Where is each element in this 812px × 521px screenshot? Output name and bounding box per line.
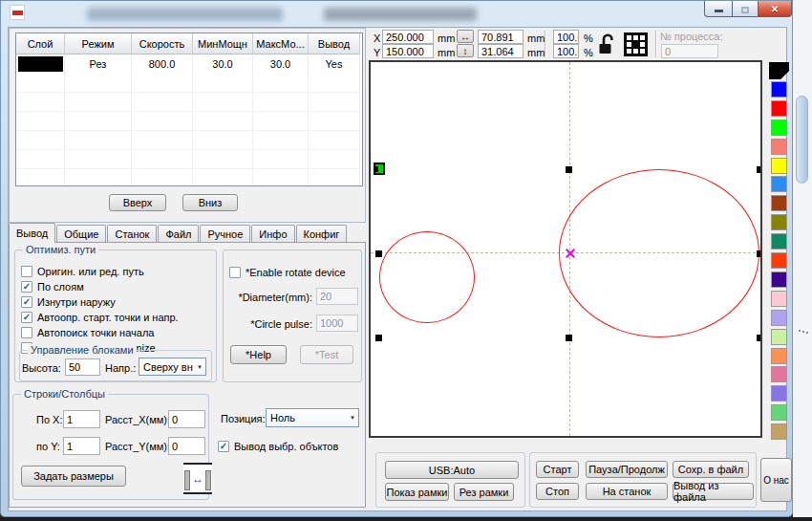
tab-1[interactable]: Вывод: [9, 223, 55, 243]
tab-2[interactable]: Общие: [56, 225, 106, 243]
height-input[interactable]: 50: [65, 358, 100, 376]
checkbox[interactable]: ✓: [21, 312, 32, 323]
scale-x-input[interactable]: 100.0: [553, 30, 579, 44]
selection-handle[interactable]: [566, 335, 572, 341]
cut-frame-button[interactable]: Рез рамки: [454, 483, 514, 501]
scale-y-input[interactable]: 100.0: [553, 44, 579, 58]
palette-color[interactable]: [771, 176, 787, 192]
selection-handle[interactable]: [757, 335, 761, 341]
palette-color[interactable]: [771, 81, 787, 98]
y-coord-input[interactable]: 150.000: [382, 44, 434, 58]
dist-y-input[interactable]: 0: [168, 437, 205, 455]
anchor-grid-icon[interactable]: [624, 33, 648, 56]
start-button[interactable]: Старт: [536, 461, 579, 478]
lock-open-icon[interactable]: [598, 33, 617, 58]
tab-4[interactable]: Файл: [158, 225, 199, 243]
by-x-input[interactable]: 1: [63, 410, 100, 428]
width-link-button[interactable]: ↔: [457, 30, 474, 43]
tab-3[interactable]: Станок: [107, 225, 157, 243]
usb-button[interactable]: USB:Auto: [385, 461, 519, 479]
column-header[interactable]: Скорость: [132, 33, 193, 54]
tab-6[interactable]: Инфо: [251, 225, 294, 243]
x-coord-input[interactable]: 250.000: [382, 30, 434, 44]
set-size-button[interactable]: Задать размеры: [21, 466, 126, 487]
height-link-button[interactable]: ↕: [457, 44, 474, 57]
checkbox[interactable]: [229, 267, 241, 278]
output-from-file-button[interactable]: Вывод из файла: [673, 483, 754, 500]
help-button[interactable]: *Help: [230, 345, 287, 364]
group-label: Управление блоками: [28, 344, 137, 356]
by-y-input[interactable]: 1: [63, 437, 100, 455]
column-header[interactable]: МаксМо...: [253, 33, 309, 54]
palette-color[interactable]: [771, 158, 787, 174]
checkbox[interactable]: [21, 266, 32, 277]
palette-color[interactable]: [771, 119, 787, 136]
selection-handle[interactable]: [375, 335, 382, 341]
layer-up-button[interactable]: Вверх: [109, 194, 166, 211]
output-selected-checkbox-row[interactable]: ✓ Вывод выбр. объктов: [218, 439, 338, 453]
palette-color[interactable]: [771, 271, 787, 288]
ellipse-object[interactable]: [379, 231, 475, 323]
palette-color[interactable]: [771, 139, 787, 155]
screen: ✕ СлойРежимСкоростьМинМощнМаксМо...Вывод…: [0, 0, 812, 521]
titlebar[interactable]: ✕: [1, 1, 792, 28]
direction-label: Напр.:: [105, 362, 136, 374]
checkbox[interactable]: [21, 327, 32, 338]
h-arrow-icon: ↔: [189, 472, 206, 486]
tab-5[interactable]: Ручное: [200, 225, 250, 243]
layer-row[interactable]: Рез800.030.030.0Yes: [16, 54, 362, 74]
to-machine-button[interactable]: На станок: [586, 483, 668, 500]
show-frame-button[interactable]: Показ рамки: [385, 483, 449, 501]
minimize-button[interactable]: [704, 1, 733, 17]
checkbox-option[interactable]: Автопоиск точки начала: [21, 325, 212, 339]
empty-row: [16, 93, 362, 112]
palette-color[interactable]: [771, 214, 787, 230]
selection-handle[interactable]: [566, 166, 572, 173]
palette-color[interactable]: [771, 252, 787, 269]
about-button[interactable]: О нас: [760, 458, 792, 502]
pause-resume-button[interactable]: Пауза/Продолж: [586, 461, 668, 478]
save-to-file-button[interactable]: Сохр. в файл: [673, 461, 749, 478]
checkbox[interactable]: ✓: [21, 281, 32, 293]
column-header[interactable]: Вывод: [309, 33, 360, 54]
palette-color[interactable]: [771, 310, 787, 326]
palette-color[interactable]: [771, 423, 787, 440]
direction-select[interactable]: Сверху вн ▼: [139, 358, 206, 376]
process-number-input: 0: [661, 44, 718, 58]
palette-color[interactable]: [771, 348, 787, 364]
dist-x-input[interactable]: 0: [168, 410, 205, 428]
position-select[interactable]: Ноль ▼: [266, 408, 359, 427]
ellipse-object[interactable]: [559, 169, 759, 337]
checkbox-option[interactable]: ✓Автоопр. старт. точки и напр.: [21, 310, 212, 324]
palette-color[interactable]: [771, 100, 787, 117]
selection-handle[interactable]: [375, 250, 382, 257]
close-button[interactable]: ✕: [758, 1, 792, 17]
column-header[interactable]: Режим: [65, 33, 132, 54]
width-input[interactable]: 70.891: [478, 30, 524, 44]
palette-color[interactable]: [771, 329, 787, 345]
selection-handle[interactable]: [757, 250, 761, 257]
column-header[interactable]: МинМощн: [193, 33, 253, 54]
column-header[interactable]: Слой: [16, 33, 65, 54]
checkbox-option[interactable]: Оригин. или ред. путь: [21, 264, 212, 278]
tab-7[interactable]: Конфиг: [296, 225, 348, 243]
checkbox[interactable]: ✓: [21, 296, 32, 308]
checkbox[interactable]: ✓: [218, 441, 229, 452]
palette-color[interactable]: [769, 62, 789, 79]
palette-color[interactable]: [771, 404, 787, 421]
enable-rotate-checkbox-row[interactable]: *Enable rotate device: [229, 265, 346, 279]
checkbox-option[interactable]: ✓По слоям: [21, 279, 212, 293]
maximize-button[interactable]: [732, 1, 759, 17]
palette-color[interactable]: [771, 195, 787, 211]
palette-color[interactable]: [771, 385, 787, 402]
layer-down-button[interactable]: Вниз: [182, 194, 238, 211]
stop-button[interactable]: Стоп: [536, 483, 579, 500]
palette-color[interactable]: [771, 233, 787, 250]
checkbox-option[interactable]: ✓Изнутри наружу: [21, 294, 212, 309]
palette-color[interactable]: [771, 291, 787, 307]
palette-color[interactable]: [771, 366, 787, 382]
selection-handle[interactable]: [757, 166, 761, 173]
group-label: Строки/Столбцы: [21, 388, 108, 400]
work-canvas[interactable]: [369, 60, 762, 438]
height-input-field[interactable]: 31.064: [478, 44, 524, 58]
